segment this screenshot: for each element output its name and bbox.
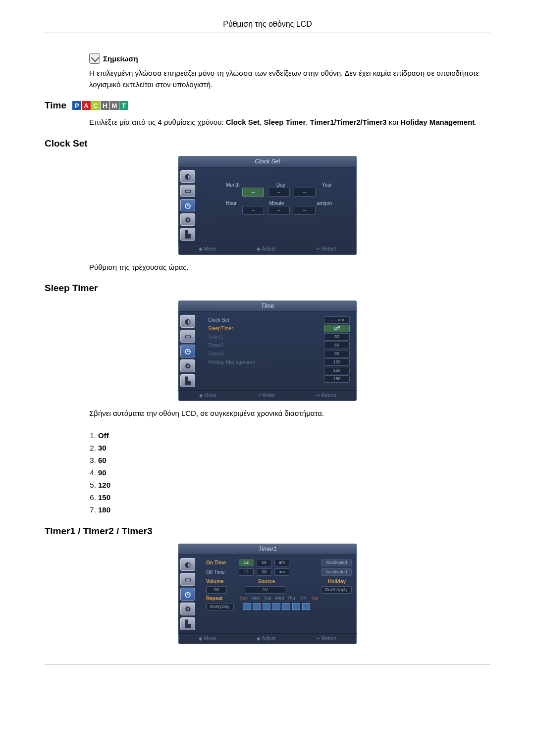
page-header: Ρύθμιση της οθόνης LCD xyxy=(45,20,490,33)
opt-timers: Timer1/Timer2/Timer3 xyxy=(310,118,387,126)
osd-icon-1b: ◐ xyxy=(180,315,195,328)
sleep-option: 120 xyxy=(98,479,490,491)
sleep-option: 90 xyxy=(98,466,490,479)
osd-icon-clock-b: ◷ xyxy=(180,345,195,357)
osd-icon-2: ▭ xyxy=(180,185,195,197)
note-label: Σημείωση xyxy=(103,54,138,63)
time-intro-pre: Επιλέξτε μία από τις 4 ρυθμίσεις χρόνου: xyxy=(89,118,226,126)
osd-timer1-title: Timer1 xyxy=(178,544,357,555)
sleep-row: Timer130 xyxy=(206,333,352,341)
badge-a: A xyxy=(82,101,91,110)
badge-c: C xyxy=(91,101,100,110)
osd-icon-gear-b: ⚙ xyxy=(180,359,195,372)
opt-sleeptimer: Sleep Timer xyxy=(264,118,306,126)
sleep-option: 150 xyxy=(98,491,490,504)
note-icon xyxy=(89,53,100,64)
sleep-row: 180 xyxy=(206,375,352,383)
sleeptimer-options: Off306090120150180 xyxy=(89,429,490,516)
osd-icon-5: ▙ xyxy=(180,228,195,240)
note-text: Η επιλεγμένη γλώσσα επηρεάζει μόνο τη γλ… xyxy=(89,68,490,90)
sleep-option: 30 xyxy=(98,442,490,454)
clockset-title: Clock Set xyxy=(45,138,490,149)
sleeptimer-desc: Σβήνει αυτόματα την οθόνη LCD, σε συγκεκ… xyxy=(89,408,490,419)
badge-p: P xyxy=(72,101,81,110)
osd-clockset-title: Clock Set xyxy=(178,156,357,167)
time-intro: Επιλέξτε μία από τις 4 ρυθμίσεις χρόνου:… xyxy=(89,117,490,128)
badge-h: H xyxy=(101,101,109,110)
sleep-row: Timer260 xyxy=(206,341,352,350)
osd-icon-5b: ▙ xyxy=(180,374,195,387)
timers-title: Timer1 / Timer2 / Timer3 xyxy=(45,526,490,537)
osd-sleeptimer-title: Time xyxy=(178,301,357,312)
sleep-row: SleepTimerOff xyxy=(206,324,352,333)
osd-timer1: Timer1 ◐ ▭ ◷ ⚙ ▙ On Time 12 59 am Inacti… xyxy=(178,544,357,644)
sleep-option: Off xyxy=(98,429,490,442)
osd-clockset: Clock Set ◐ ▭ ◷ ⚙ ▙ Month Day Year -- --… xyxy=(178,156,357,255)
osd-sleeptimer: Time ◐ ▭ ◷ ⚙ ▙ Clock Set--:-- amSleepTim… xyxy=(178,301,357,401)
badge-t: T xyxy=(119,101,128,110)
osd-icon-clock: ◷ xyxy=(180,199,195,211)
osd-icon-2c: ▭ xyxy=(180,573,195,586)
osd-icon-gear: ⚙ xyxy=(180,213,195,226)
sleep-option: 60 xyxy=(98,454,490,466)
osd-icon-clock-c: ◷ xyxy=(180,588,195,601)
sleep-option: 180 xyxy=(98,504,490,516)
sleep-row: Holiday Management120 xyxy=(206,358,352,366)
clockset-desc: Ρύθμιση της τρέχουσας ώρας. xyxy=(89,262,490,273)
sleep-row: Clock Set--:-- am xyxy=(206,316,352,324)
opt-clockset: Clock Set xyxy=(226,118,260,126)
sleep-row: 150 xyxy=(206,366,352,375)
sleep-row: Timer390 xyxy=(206,350,352,358)
osd-icon-1: ◐ xyxy=(180,170,195,183)
osd-icon-gear-c: ⚙ xyxy=(180,603,195,615)
osd-icon-1c: ◐ xyxy=(180,558,195,571)
badge-m: M xyxy=(110,101,119,110)
pachmt-badges: PACHMT xyxy=(72,101,128,110)
sleeptimer-title: Sleep Timer xyxy=(45,283,490,294)
time-section-title: Time xyxy=(45,100,66,111)
opt-holiday: Holiday Management xyxy=(400,118,475,126)
osd-icon-5c: ▙ xyxy=(180,617,195,630)
osd-icon-2b: ▭ xyxy=(180,330,195,343)
